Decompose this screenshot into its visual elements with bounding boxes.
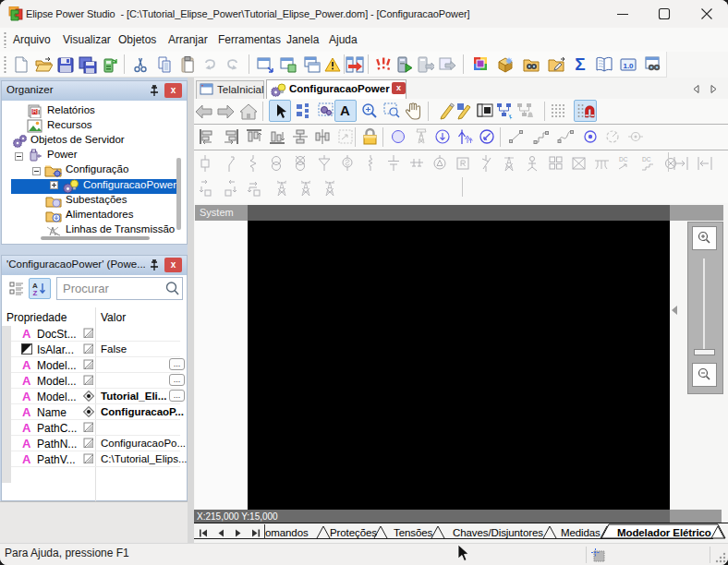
svg-text:1.0: 1.0 — [623, 62, 634, 70]
svg-text:DC: DC — [642, 156, 651, 162]
svg-text:DC: DC — [619, 156, 628, 162]
svg-text:R: R — [32, 108, 37, 114]
svg-text:Z: Z — [33, 289, 38, 296]
